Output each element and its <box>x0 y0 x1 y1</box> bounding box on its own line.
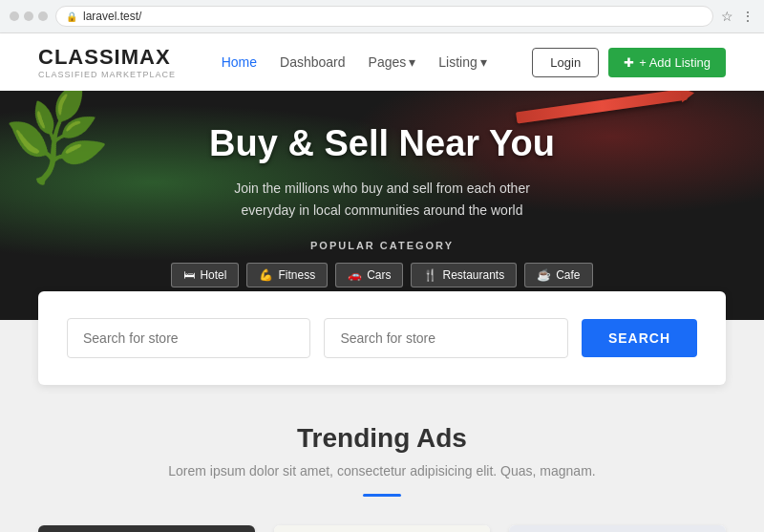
chevron-down-icon-2: ▾ <box>480 54 487 70</box>
hotel-icon: 🛏 <box>183 268 195 282</box>
lock-icon: 🔒 <box>66 11 77 22</box>
nav-link-home[interactable]: Home <box>222 54 257 70</box>
star-icon: ☆ <box>721 9 733 24</box>
hero-subtitle-line2: everyday in local communities around the… <box>242 202 523 218</box>
search-input-right[interactable] <box>324 318 567 358</box>
trending-card-1[interactable] <box>38 525 255 532</box>
logo[interactable]: CLASSIMAX Classified marketplace <box>38 45 176 79</box>
card-image-2 <box>274 525 491 532</box>
category-cafe[interactable]: ☕ Cafe <box>524 263 592 287</box>
cars-icon: 🚗 <box>348 268 362 282</box>
category-fitness[interactable]: 💪 Fitness <box>246 263 328 287</box>
plus-icon: ✚ <box>624 55 634 70</box>
category-fitness-label: Fitness <box>278 268 315 282</box>
nav-links: Home Dashboard Pages ▾ Listing ▾ <box>222 54 487 70</box>
browser-dot-2 <box>24 11 33 21</box>
trending-section: Trending Ads Lorem ipsum dolor sit amet,… <box>0 385 764 532</box>
hero-title: Buy & Sell Near You <box>171 123 592 164</box>
trending-cards <box>38 525 726 532</box>
popular-category-label: POPULAR CATEGORY <box>171 240 592 251</box>
nav-link-pages[interactable]: Pages ▾ <box>369 54 416 70</box>
chevron-down-icon: ▾ <box>409 54 415 70</box>
browser-icons: ☆ ⋮ <box>721 9 754 24</box>
card-image-1 <box>38 525 255 532</box>
hero-section: 🌿 Buy & Sell Near You Join the millions … <box>0 91 764 320</box>
logo-text: CLASSIMAX <box>38 45 176 70</box>
hero-subtitle-line1: Join the millions who buy and sell from … <box>234 181 530 196</box>
category-cars-label: Cars <box>367 268 391 282</box>
browser-dot-1 <box>10 11 19 21</box>
category-cars[interactable]: 🚗 Cars <box>335 263 403 287</box>
login-button[interactable]: Login <box>532 48 599 77</box>
hero-subtitle: Join the millions who buy and sell from … <box>171 178 592 221</box>
category-hotel[interactable]: 🛏 Hotel <box>171 263 239 287</box>
search-row: SEARCH <box>67 318 697 358</box>
trending-subtitle: Lorem ipsum dolor sit amet, consectetur … <box>38 463 726 479</box>
trending-card-2[interactable] <box>274 525 491 532</box>
search-section: SEARCH <box>38 291 726 385</box>
category-restaurants[interactable]: 🍴 Restaurants <box>411 263 517 287</box>
fitness-icon: 💪 <box>259 268 273 282</box>
url-text: laravel.test/ <box>83 10 141 23</box>
card-image-3 <box>509 525 726 532</box>
trending-title: Trending Ads <box>38 423 726 454</box>
cafe-icon: ☕ <box>537 268 551 282</box>
search-input-left[interactable] <box>67 318 310 358</box>
address-bar[interactable]: 🔒 laravel.test/ <box>55 6 713 27</box>
trending-card-3[interactable] <box>509 525 726 532</box>
restaurants-icon: 🍴 <box>423 268 437 282</box>
hero-categories: 🛏 Hotel 💪 Fitness 🚗 Cars 🍴 Restaurants ☕… <box>171 263 592 287</box>
nav-actions: Login ✚ + Add Listing <box>532 48 726 77</box>
category-hotel-label: Hotel <box>200 268 226 282</box>
nav-link-listing[interactable]: Listing ▾ <box>438 54 486 70</box>
search-button[interactable]: SEARCH <box>582 319 697 357</box>
nav-link-dashboard[interactable]: Dashboard <box>280 54 346 70</box>
logo-tagline: Classified marketplace <box>38 70 176 79</box>
navbar: CLASSIMAX Classified marketplace Home Da… <box>0 33 764 91</box>
trending-underline <box>363 494 401 497</box>
category-cafe-label: Cafe <box>556 268 580 282</box>
browser-chrome: 🔒 laravel.test/ ☆ ⋮ <box>0 0 764 33</box>
category-restaurants-label: Restaurants <box>442 268 504 282</box>
hero-content: Buy & Sell Near You Join the millions wh… <box>171 123 592 287</box>
browser-dot-3 <box>38 11 48 21</box>
browser-dots <box>10 11 48 21</box>
add-listing-button[interactable]: ✚ + Add Listing <box>608 48 726 77</box>
menu-icon: ⋮ <box>741 9 754 24</box>
